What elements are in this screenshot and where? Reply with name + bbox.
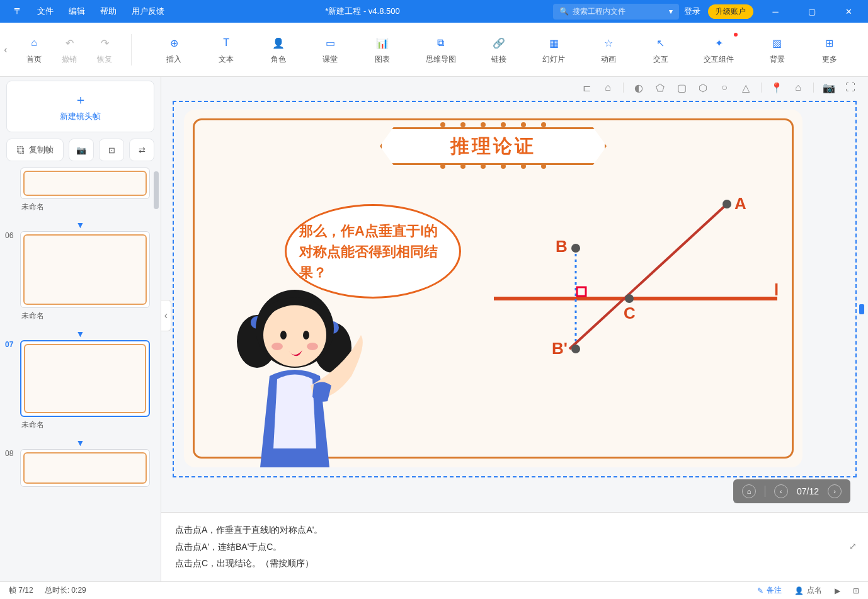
maximize-button[interactable]: ▢ <box>797 0 826 23</box>
camera-icon: 📷 <box>76 145 86 155</box>
notes-button[interactable]: ✎备注 <box>757 585 782 596</box>
svg-point-8 <box>271 343 283 350</box>
note-line: 点击点A，作垂直于直线l的对称点A'。 <box>175 522 854 539</box>
separator <box>623 83 624 93</box>
divider <box>131 34 132 66</box>
badge-dot <box>734 33 738 37</box>
notes-label: 备注 <box>767 585 782 596</box>
role-button[interactable]: 👤角色 <box>261 31 296 67</box>
more-button[interactable]: ⊞更多 <box>812 31 847 67</box>
chart-icon: 📊 <box>374 34 391 52</box>
upgrade-button[interactable]: 升级账户 <box>708 4 753 19</box>
shape5-icon[interactable]: ○ <box>718 81 731 94</box>
collapse-sidebar-handle[interactable]: ‹ <box>161 300 171 331</box>
rollcall-button[interactable]: 👤点名 <box>794 585 822 596</box>
cursor-icon: ↖ <box>652 34 670 52</box>
person-icon: 👤 <box>270 34 287 52</box>
menu-feedback[interactable]: 用户反馈 <box>124 1 172 22</box>
menu-file[interactable]: 文件 <box>30 1 61 22</box>
shape2-icon[interactable]: ⬠ <box>654 81 666 94</box>
swap-icon: ⇄ <box>139 145 146 155</box>
fullscreen-icon[interactable]: ⛶ <box>844 81 857 94</box>
shape4-icon[interactable]: ⬡ <box>697 81 709 94</box>
svg-point-16 <box>625 294 634 303</box>
transition-icon[interactable]: ▼ <box>6 436 154 449</box>
menu-edit[interactable]: 编辑 <box>61 1 93 22</box>
qr-button[interactable]: ⊡ <box>99 139 124 161</box>
shape3-icon[interactable]: ▢ <box>675 81 688 94</box>
status-duration: 总时长: 0:29 <box>45 585 86 596</box>
copy-frame-button[interactable]: ⿻ 复制帧 <box>6 139 64 161</box>
scrollbar[interactable] <box>154 171 159 209</box>
plus-circle-icon: ⊕ <box>165 34 183 52</box>
nav-home-icon[interactable]: ⌂ <box>742 484 756 498</box>
login-button[interactable]: 登录 <box>684 6 700 17</box>
chart-button[interactable]: 📊图表 <box>365 31 400 67</box>
link-button[interactable]: 🔗链接 <box>481 31 517 67</box>
label-l: l <box>774 280 779 299</box>
redo-button[interactable]: ↷ 恢复 <box>87 31 122 67</box>
collapse-right-handle[interactable] <box>859 304 864 314</box>
list-item[interactable]: 06 未命名 <box>6 231 154 324</box>
home-button[interactable]: ⌂ 首页 <box>16 31 52 67</box>
shape1-icon[interactable]: ◐ <box>632 81 645 94</box>
tool-label: 幻灯片 <box>542 54 565 65</box>
close-button[interactable]: ✕ <box>834 0 863 23</box>
search-input[interactable]: 🔍 搜索工程内文件 ▾ <box>553 4 679 20</box>
minimize-button[interactable]: ─ <box>761 0 790 23</box>
tool-label: 课堂 <box>323 54 338 65</box>
person2-icon: 👤 <box>794 586 804 595</box>
stage[interactable]: 推理论证 那么，作A点垂直于l的对称点能否得到相同结果？ <box>184 110 802 467</box>
undo-button[interactable]: ↶ 撤销 <box>52 31 87 67</box>
list-item[interactable]: 未命名 <box>6 168 154 215</box>
more-icon: ⊞ <box>821 34 838 52</box>
transition-icon[interactable]: ▼ <box>6 328 154 340</box>
list-item[interactable]: 07 未命名 <box>6 340 154 433</box>
collapse-left-icon[interactable]: ‹ <box>0 28 11 72</box>
widget-button[interactable]: ✦交互组件 <box>695 31 743 67</box>
plus-icon: ＋ <box>74 91 87 108</box>
swap-button[interactable]: ⇄ <box>129 139 154 161</box>
nav-next-icon[interactable]: › <box>828 484 842 498</box>
app-logo-icon[interactable]: 〒 <box>6 1 30 22</box>
tool-label: 插入 <box>166 54 181 65</box>
expand-icon[interactable]: ⤢ <box>849 538 857 555</box>
background-button[interactable]: ▨背景 <box>760 31 795 67</box>
chevron-down-icon[interactable]: ▾ <box>669 7 673 16</box>
nav-prev-icon[interactable]: ‹ <box>774 484 788 498</box>
camera-button[interactable]: 📷 <box>69 139 94 161</box>
animation-button[interactable]: ☆动画 <box>591 31 626 67</box>
undo-icon: ↶ <box>60 34 78 52</box>
classroom-button[interactable]: ▭课堂 <box>312 31 348 67</box>
present-button[interactable]: ⊡ <box>853 586 859 595</box>
shape6-icon[interactable]: △ <box>740 81 752 94</box>
list-item[interactable]: 08 <box>6 449 154 487</box>
star-icon: ☆ <box>600 34 617 52</box>
new-frame-button[interactable]: ＋ 新建镜头帧 <box>6 81 154 132</box>
decoration-dots <box>440 164 546 169</box>
copy-icon: ⿻ <box>17 145 25 155</box>
pin-icon[interactable]: 📍 <box>770 81 783 94</box>
thumb-number: 08 <box>6 449 13 458</box>
insert-button[interactable]: ⊕插入 <box>156 31 191 67</box>
note-line: 点击点C，出现结论。（需按顺序） <box>175 555 854 572</box>
mindmap-icon: ⧉ <box>432 34 450 52</box>
tool-label: 图表 <box>375 54 390 65</box>
notes-panel: 点击点A，作垂直于直线l的对称点A'。 点击点A'，连结BA'于点C。 点击点C… <box>161 512 868 581</box>
home-label: 首页 <box>26 54 42 65</box>
slides-button[interactable]: ▦幻灯片 <box>534 31 574 67</box>
menu-help[interactable]: 帮助 <box>93 1 124 22</box>
ruler-icon[interactable]: ⊏ <box>580 81 593 94</box>
text-button[interactable]: T文本 <box>208 31 244 67</box>
transition-icon[interactable]: ▼ <box>6 219 154 231</box>
interact-button[interactable]: ↖交互 <box>643 31 678 67</box>
play-button[interactable]: ▶ <box>835 586 840 595</box>
camera2-icon[interactable]: 📷 <box>823 81 835 94</box>
mindmap-button[interactable]: ⧉思维导图 <box>417 31 465 67</box>
note-line: 点击点A'，连结BA'于点C。 <box>175 539 854 556</box>
home3-icon[interactable]: ⌂ <box>792 81 804 94</box>
svg-point-5 <box>263 304 326 367</box>
home2-icon[interactable]: ⌂ <box>602 81 614 94</box>
window-title: *新建工程 - v4.8.500 <box>172 6 553 17</box>
tool-label: 动画 <box>601 54 616 65</box>
